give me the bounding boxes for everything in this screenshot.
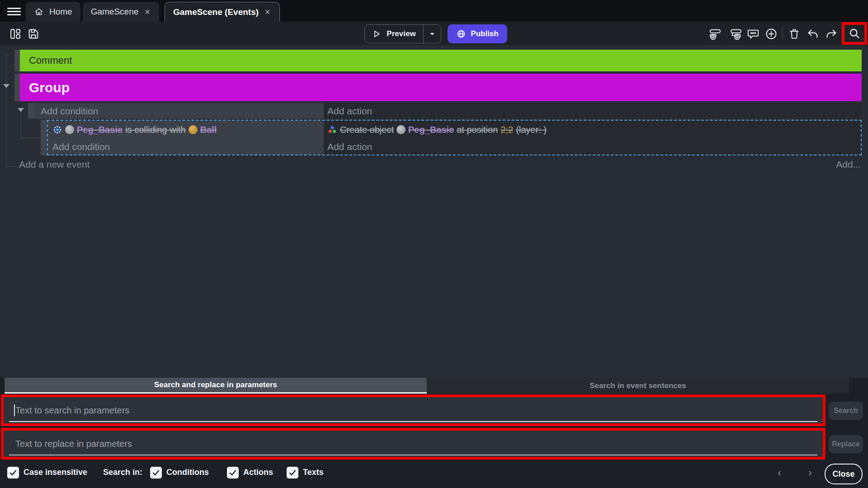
toolbar: Preview Publish bbox=[0, 22, 868, 45]
collision-icon bbox=[52, 125, 62, 135]
texts-label: Texts bbox=[303, 468, 324, 477]
check-icon bbox=[288, 469, 297, 477]
add-condition-link[interactable]: Add condition bbox=[52, 141, 110, 152]
tab-search-event-sentences[interactable]: Search in event sentences bbox=[427, 378, 849, 394]
chevron-right-icon[interactable]: › bbox=[804, 465, 816, 480]
menu-icon[interactable] bbox=[7, 5, 21, 17]
add-more-button[interactable]: Add... bbox=[836, 159, 861, 170]
add-action-link[interactable]: Add action bbox=[327, 141, 372, 152]
search-highlight-box bbox=[842, 22, 867, 45]
chevron-left-icon[interactable]: ‹ bbox=[773, 465, 786, 480]
search-panel-tabs: Search and replace in parameters Search … bbox=[5, 378, 849, 394]
tab-gamescene-label: GameScene bbox=[91, 7, 139, 17]
replace-button[interactable]: Replace bbox=[829, 435, 863, 453]
selected-disabled-event[interactable]: Peg_Basic is colliding with Ball Create … bbox=[47, 120, 862, 155]
publish-button[interactable]: Publish bbox=[448, 24, 507, 43]
action-layer-text: (layer: ) bbox=[516, 125, 547, 135]
publish-label: Publish bbox=[471, 29, 498, 38]
comment-bubble-icon[interactable] bbox=[747, 28, 760, 40]
case-insensitive-checkbox[interactable] bbox=[7, 467, 19, 479]
object-circle-icon bbox=[65, 125, 74, 134]
check-icon bbox=[229, 469, 237, 477]
action-object: Peg_Basic bbox=[408, 125, 454, 135]
chevron-down-icon bbox=[429, 30, 436, 38]
event-drag-handle[interactable] bbox=[14, 50, 20, 71]
divider bbox=[782, 27, 783, 40]
comment-text: Comment bbox=[29, 55, 72, 66]
tab-gamescene-events[interactable]: GameScene (Events) × bbox=[165, 2, 280, 22]
gdevelop-window: Home GameScene × GameScene (Events) × bbox=[0, 0, 868, 488]
conditions-checkbox[interactable] bbox=[150, 467, 162, 479]
condition-text: is colliding with bbox=[125, 125, 185, 135]
globe-icon bbox=[456, 29, 466, 39]
preview-label: Preview bbox=[387, 29, 415, 38]
tree-line bbox=[21, 108, 21, 138]
search-panel: Search and replace in parameters Search … bbox=[0, 378, 868, 488]
condition-sentence[interactable]: Peg_Basic is colliding with Ball bbox=[52, 125, 217, 135]
tree-line bbox=[21, 138, 40, 138]
case-insensitive-label: Case insensitive bbox=[24, 468, 87, 477]
ball-icon bbox=[189, 125, 198, 134]
input-underline bbox=[9, 421, 817, 422]
action-sentence[interactable]: Create object Peg_Basic at position 2;2 … bbox=[327, 125, 547, 135]
close-button[interactable]: Close bbox=[825, 464, 863, 484]
save-icon[interactable] bbox=[27, 28, 40, 40]
event-drag-handle[interactable] bbox=[14, 74, 20, 101]
condition-object-2: Ball bbox=[200, 125, 217, 135]
event-drag-handle[interactable] bbox=[41, 120, 47, 155]
texts-checkbox[interactable] bbox=[287, 467, 298, 479]
action-verb: Create object bbox=[340, 125, 394, 135]
search-input-highlight-box bbox=[1, 394, 826, 426]
action-position-value: 2;2 bbox=[500, 125, 513, 135]
play-icon bbox=[372, 29, 381, 38]
events-sheet: Comment Group Add condition Add action bbox=[0, 45, 868, 378]
add-event-icon[interactable] bbox=[709, 28, 722, 40]
input-underline bbox=[9, 455, 817, 455]
tab-bar: Home GameScene × GameScene (Events) × bbox=[0, 0, 868, 22]
condition-object-1: Peg_Basic bbox=[77, 125, 123, 135]
create-object-icon bbox=[327, 125, 337, 135]
text-cursor bbox=[14, 404, 15, 416]
tab-home[interactable]: Home bbox=[26, 2, 80, 22]
actions-checkbox[interactable] bbox=[227, 467, 239, 479]
add-circle-icon[interactable] bbox=[765, 28, 778, 40]
search-options-row: Case insensitive Search in: Conditions A… bbox=[0, 461, 868, 488]
trash-icon[interactable] bbox=[788, 28, 801, 40]
home-icon bbox=[34, 7, 44, 17]
close-icon[interactable]: × bbox=[264, 7, 271, 17]
empty-event: Add condition Add action bbox=[34, 103, 862, 119]
check-icon bbox=[9, 469, 17, 477]
tree-line bbox=[6, 166, 17, 167]
search-icon[interactable] bbox=[848, 27, 861, 40]
tab-gamescene[interactable]: GameScene × bbox=[83, 2, 159, 22]
collapse-event-icon[interactable] bbox=[18, 108, 24, 112]
redo-icon[interactable] bbox=[825, 28, 838, 40]
search-button[interactable]: Search bbox=[829, 402, 863, 420]
collapse-group-icon[interactable] bbox=[3, 84, 9, 88]
conditions-label: Conditions bbox=[166, 468, 209, 477]
action-text: at position bbox=[457, 125, 498, 135]
object-circle-icon bbox=[396, 125, 406, 134]
preview-button[interactable]: Preview bbox=[364, 24, 441, 43]
event-drag-handle[interactable] bbox=[28, 103, 34, 119]
close-icon[interactable]: × bbox=[144, 7, 151, 17]
add-condition-link[interactable]: Add condition bbox=[41, 106, 98, 117]
tree-line bbox=[6, 55, 7, 167]
replace-input-highlight-box bbox=[1, 428, 826, 460]
group-event[interactable]: Group bbox=[20, 74, 862, 101]
group-title: Group bbox=[29, 80, 70, 95]
tab-search-replace-parameters[interactable]: Search and replace in parameters bbox=[5, 378, 427, 394]
comment-event[interactable]: Comment bbox=[20, 50, 862, 71]
tab-home-label: Home bbox=[49, 7, 72, 17]
add-new-event-link[interactable]: Add a new event bbox=[19, 159, 90, 170]
preview-options-button[interactable] bbox=[424, 30, 441, 38]
add-action-link[interactable]: Add action bbox=[327, 106, 372, 117]
layout-icon[interactable] bbox=[9, 28, 22, 40]
search-in-label: Search in: bbox=[103, 468, 142, 477]
tab-gamescene-events-label: GameScene (Events) bbox=[173, 7, 259, 17]
check-icon bbox=[152, 469, 160, 477]
undo-icon[interactable] bbox=[807, 28, 819, 40]
add-subevent-icon[interactable] bbox=[730, 28, 742, 40]
replace-input[interactable] bbox=[4, 431, 823, 457]
search-input[interactable] bbox=[4, 397, 823, 423]
